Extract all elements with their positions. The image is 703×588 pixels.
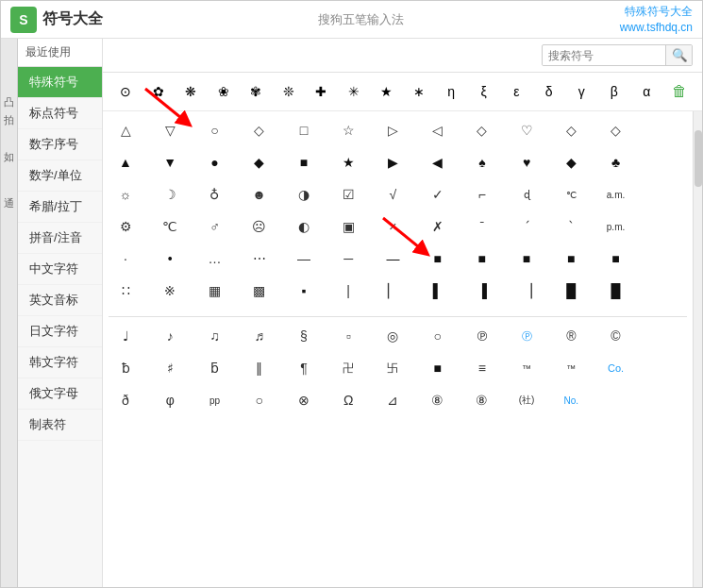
grid-cell[interactable]: ♩ xyxy=(109,321,142,351)
grid-cell[interactable]: ‖ xyxy=(243,353,276,383)
recent-symbol-2[interactable]: ❋ xyxy=(176,76,207,107)
grid-cell[interactable]: ✓ xyxy=(421,179,455,210)
grid-cell[interactable]: ♁ xyxy=(197,179,231,210)
search-input[interactable] xyxy=(543,46,665,65)
grid-cell[interactable]: ▽ xyxy=(153,115,187,145)
grid-cell[interactable]: ⊗ xyxy=(287,385,321,415)
grid-cell[interactable]: ♪ xyxy=(153,321,187,351)
grid-cell[interactable]: ◇ xyxy=(243,115,276,145)
grid-cell[interactable]: ◐ xyxy=(287,211,321,242)
grid-cell[interactable]: ◎ xyxy=(376,321,410,351)
sidebar-item-table[interactable]: 制表符 xyxy=(18,410,102,441)
grid-cell[interactable]: ℃ xyxy=(153,211,187,242)
grid-cell[interactable] xyxy=(599,385,633,415)
sidebar-item-pinyin[interactable]: 拼音/注音 xyxy=(18,223,102,254)
sidebar-item-punctuation[interactable]: 标点符号 xyxy=(18,98,102,129)
grid-cell[interactable]: ♥ xyxy=(510,147,544,177)
grid-cell[interactable]: ▏ xyxy=(376,276,410,306)
grid-cell[interactable]: ☹ xyxy=(243,211,276,242)
grid-cell[interactable]: ℃ xyxy=(554,179,588,210)
grid-cell[interactable]: █ xyxy=(554,276,588,306)
grid-cell[interactable]: ™ xyxy=(510,353,544,383)
grid-cell[interactable]: ♯ xyxy=(153,353,187,383)
sidebar-item-russian[interactable]: 俄文字母 xyxy=(18,378,102,410)
grid-cell[interactable]: ♡ xyxy=(510,115,544,145)
recent-symbol-9[interactable]: ∗ xyxy=(404,76,435,107)
grid-cell[interactable]: Ⓟ xyxy=(510,321,544,351)
grid-cell[interactable]: ® xyxy=(554,321,588,351)
sidebar-item-korean[interactable]: 韩文字符 xyxy=(18,347,102,378)
grid-cell[interactable]: pp xyxy=(197,385,231,415)
grid-cell-co[interactable]: Co. xyxy=(599,353,633,383)
grid-cell[interactable]: (社) xyxy=(510,385,544,415)
grid-cell[interactable]: ¶ xyxy=(287,353,321,383)
grid-cell[interactable]: p.m. xyxy=(599,211,633,242)
grid-cell[interactable]: Ω xyxy=(331,385,365,415)
grid-cell[interactable]: ▩ xyxy=(243,276,276,306)
grid-cell[interactable]: ◇ xyxy=(554,115,588,145)
grid-cell[interactable]: ▷ xyxy=(376,115,410,145)
recent-symbol-8[interactable]: ★ xyxy=(371,76,402,107)
grid-cell[interactable]: ▪ xyxy=(287,276,321,306)
grid-cell[interactable]: □ xyxy=(287,115,321,145)
delete-recent-button[interactable]: 🗑 xyxy=(664,76,695,107)
grid-cell[interactable]: ■ xyxy=(599,244,633,274)
grid-cell[interactable]: 卍 xyxy=(331,353,365,383)
sidebar-item-japanese[interactable]: 日文字符 xyxy=(18,316,102,347)
grid-cell[interactable]: ◇ xyxy=(599,115,633,145)
grid-cell[interactable]: ™ xyxy=(554,353,588,383)
grid-cell[interactable]: ▼ xyxy=(153,147,187,177)
recent-symbol-5[interactable]: ❊ xyxy=(274,76,305,107)
grid-cell[interactable]: ● xyxy=(197,147,231,177)
grid-cell[interactable]: ▕ xyxy=(510,276,544,306)
grid-cell[interactable]: ⊿ xyxy=(376,385,410,415)
grid-cell[interactable]: ▌ xyxy=(421,276,455,306)
grid-cell[interactable]: ˉ xyxy=(465,211,499,242)
grid-cell[interactable]: ▣ xyxy=(331,211,365,242)
grid-cell[interactable]: ƃ xyxy=(197,353,231,383)
grid-cell[interactable]: ☑ xyxy=(331,179,365,210)
grid-cell[interactable]: ♫ xyxy=(197,321,231,351)
grid-cell[interactable]: © xyxy=(599,321,633,351)
grid-cell[interactable]: ○ xyxy=(421,321,455,351)
grid-cell[interactable]: ▶ xyxy=(376,147,410,177)
grid-cell[interactable]: ◇ xyxy=(465,115,499,145)
grid-cell[interactable]: △ xyxy=(109,115,142,145)
grid-cell[interactable]: ˊ xyxy=(510,211,544,242)
grid-cell[interactable]: ∷ xyxy=(109,276,142,306)
recent-symbol-1[interactable]: ✿ xyxy=(143,76,175,107)
grid-cell[interactable]: ■ xyxy=(510,244,544,274)
website-link[interactable]: 特殊符号大全 www.tsfhdq.cn xyxy=(620,4,693,36)
grid-cell[interactable]: ★ xyxy=(331,147,365,177)
grid-cell[interactable]: ⑧ xyxy=(421,385,455,415)
grid-cell[interactable]: · xyxy=(109,244,142,274)
grid-cell[interactable]: ⚙ xyxy=(109,211,142,242)
grid-cell[interactable]: ▲ xyxy=(109,147,142,177)
search-button[interactable]: 🔍 xyxy=(665,45,693,65)
recent-symbol-0[interactable]: ⊙ xyxy=(110,76,142,107)
grid-cell[interactable]: ☼ xyxy=(109,179,142,210)
grid-cell[interactable]: ✗ xyxy=(421,211,455,242)
grid-cell[interactable]: φ xyxy=(153,385,187,415)
grid-cell[interactable]: ♂ xyxy=(197,211,231,242)
grid-cell[interactable]: ⋯ xyxy=(243,244,276,274)
grid-cell[interactable]: ℗ xyxy=(465,321,499,351)
grid-cell[interactable]: ■ xyxy=(554,244,588,274)
grid-cell[interactable]: ▐ xyxy=(465,276,499,306)
grid-cell[interactable]: ◆ xyxy=(243,147,276,177)
sidebar-item-special[interactable]: 特殊符号 xyxy=(18,67,102,98)
grid-cell[interactable]: ☻ xyxy=(243,179,276,210)
scrollbar-thumb[interactable] xyxy=(695,130,702,187)
grid-cell[interactable]: ■ xyxy=(287,147,321,177)
grid-cell[interactable]: ○ xyxy=(197,115,231,145)
recent-symbol-10[interactable]: η xyxy=(436,76,467,107)
recent-symbol-14[interactable]: γ xyxy=(566,76,597,107)
grid-cell[interactable]: ⑧ xyxy=(465,385,499,415)
grid-cell[interactable]: ◁ xyxy=(421,115,455,145)
recent-symbol-16[interactable]: α xyxy=(631,76,662,107)
grid-cell[interactable]: ─ xyxy=(331,244,365,274)
grid-cell[interactable]: a.m. xyxy=(599,179,633,210)
recent-symbol-12[interactable]: ε xyxy=(501,76,532,107)
grid-cell[interactable]: ˋ xyxy=(554,211,588,242)
grid-cell[interactable]: No. xyxy=(554,385,588,415)
